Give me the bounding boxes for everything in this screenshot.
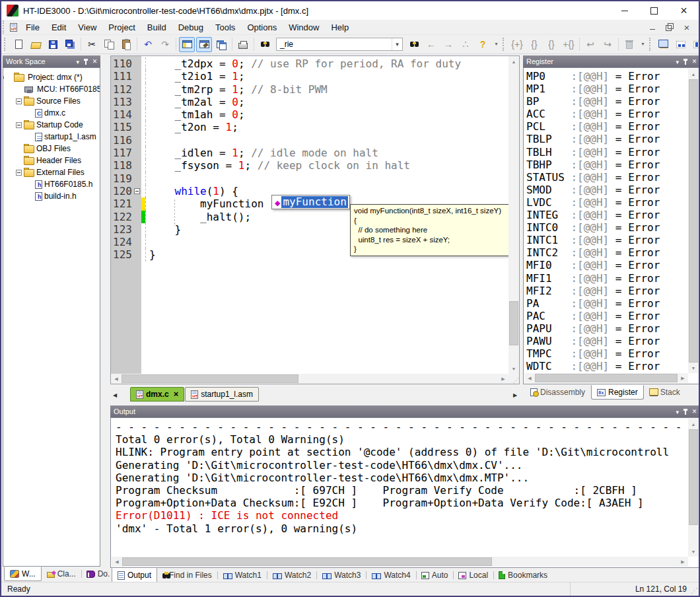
bottom-tab-find-in-files[interactable]: Find in Files <box>157 568 217 582</box>
scroll-right-icon[interactable] <box>678 373 688 383</box>
scroll-up-icon[interactable] <box>688 69 699 79</box>
menu-options[interactable]: Options <box>241 22 283 32</box>
bottom-tab-watch4[interactable]: Watch4 <box>366 568 415 582</box>
brace-insert-button[interactable]: {+} <box>509 37 525 52</box>
register-row-status[interactable]: STATUS :[@@H] = Error <box>526 171 688 184</box>
menu-debug[interactable]: Debug <box>172 22 209 32</box>
scroll-up-icon[interactable] <box>508 56 519 67</box>
register-row-mp0[interactable]: MP0 :[@@H] = Error <box>526 70 688 83</box>
find-in-files-button[interactable] <box>257 37 273 52</box>
project-tree[interactable]: Project: dmx (*)MCU: HT66F0185Source Fil… <box>3 67 100 567</box>
editor-vertical-scrollbar[interactable] <box>508 56 519 374</box>
pin-icon[interactable] <box>683 59 688 65</box>
expander-minus-icon[interactable] <box>16 170 22 176</box>
save-button[interactable] <box>45 37 61 52</box>
scroll-down-icon[interactable] <box>508 363 519 374</box>
output-vertical-scrollbar[interactable] <box>688 419 699 557</box>
code-text[interactable]: _t2on = 1; <box>145 121 508 133</box>
bottom-tab-output[interactable]: Output <box>112 568 157 582</box>
autocomplete-popup[interactable]: myFunction <box>271 195 350 209</box>
register-row-smod[interactable]: SMOD :[@@H] = Error <box>526 184 688 196</box>
scroll-down-icon[interactable] <box>688 546 699 557</box>
expander-minus-icon[interactable] <box>16 122 22 128</box>
register-row-pa[interactable]: PA :[@@H] = Error <box>526 297 688 310</box>
scroll-down-icon[interactable] <box>688 363 699 373</box>
scroll-left-icon[interactable] <box>112 557 122 567</box>
goto-next-button[interactable]: ↪ <box>600 37 615 52</box>
output-console[interactable]: - - - - - - - - - - - - - - - - - - - - … <box>110 417 700 568</box>
editor-horizontal-scrollbar[interactable] <box>111 374 508 384</box>
panel-tab-stack[interactable]: Stack <box>644 385 686 400</box>
register-row-intc0[interactable]: INTC0 :[@@H] = Error <box>526 221 688 234</box>
scroll-up-icon[interactable] <box>688 419 699 429</box>
tree-item-build-in-h[interactable]: build-in.h <box>3 190 100 202</box>
undo-button[interactable]: ↶ <box>140 37 156 52</box>
register-row-tmpc[interactable]: TMPC :[@@H] = Error <box>526 347 688 360</box>
bottom-tab-watch1[interactable]: Watch1 <box>217 568 267 582</box>
mdi-close-button[interactable] <box>683 23 691 31</box>
tree-item-ht66f0185-h[interactable]: HT66F0185.h <box>3 178 100 190</box>
brace-remove-button[interactable]: +{} <box>561 37 577 52</box>
panel-menu-icon[interactable] <box>676 407 679 415</box>
register-row-wdtc[interactable]: WDTC :[@@H] = Error <box>526 360 688 372</box>
breakpoints-button[interactable] <box>673 37 689 52</box>
scroll-right-icon[interactable] <box>678 557 688 567</box>
code-text[interactable]: _tm1ah = 0; <box>145 108 508 121</box>
tree-item-external-files[interactable]: External Files <box>3 166 100 178</box>
scroll-right-icon[interactable] <box>498 374 508 384</box>
scrollbar-thumb[interactable] <box>689 79 698 363</box>
toggle-output-button[interactable] <box>196 37 212 52</box>
register-row-integ[interactable]: INTEG :[@@H] = Error <box>526 209 688 221</box>
register-vertical-scrollbar[interactable] <box>688 69 699 373</box>
code-text[interactable]: _tm2rp = 1; // 8-bit PWM <box>145 83 508 96</box>
tree-item-mcu-ht66f0185[interactable]: MCU: HT66F0185 <box>3 83 100 95</box>
mdi-minimize-button[interactable] <box>648 23 656 31</box>
print-button[interactable] <box>235 37 251 52</box>
register-row-papu[interactable]: PAPU :[@@H] = Error <box>526 322 688 335</box>
register-row-tblh[interactable]: TBLH :[@@H] = Error <box>526 146 688 158</box>
window-resize-grip[interactable] <box>689 586 698 595</box>
menubar-grip[interactable] <box>3 20 6 34</box>
editor-resize-grip[interactable] <box>508 374 519 384</box>
code-text[interactable]: _idlen = 1; // idle mode on halt <box>145 147 508 159</box>
left-tab-w[interactable]: W... <box>4 567 42 581</box>
code-text[interactable]: _t2io1 = 1; <box>145 70 508 83</box>
new-file-button[interactable] <box>11 37 26 52</box>
code-text[interactable]: _tm2al = 0; <box>145 96 508 108</box>
register-row-pcl[interactable]: PCL :[@@H] = Error <box>526 120 688 133</box>
download-button[interactable] <box>656 37 672 52</box>
toggle-workspace-button[interactable] <box>179 37 195 52</box>
copy-button[interactable] <box>101 37 117 52</box>
tree-item-obj-files[interactable]: OBJ Files <box>3 143 100 155</box>
panel-tab-disassembly[interactable]: Disassembly <box>524 385 591 400</box>
bottom-tab-bookmarks[interactable]: Bookmarks <box>493 568 553 582</box>
panel-close-icon[interactable] <box>692 407 697 415</box>
menu-file[interactable]: File <box>20 22 46 32</box>
find-text-combo[interactable]: _rie <box>276 38 403 51</box>
brace-down-button[interactable]: {} <box>543 37 559 52</box>
find-button[interactable] <box>406 37 422 52</box>
brace-up-button[interactable]: {} <box>526 37 542 52</box>
save-all-button[interactable] <box>62 37 78 52</box>
toolbar-overflow-button-2[interactable]: ▾ <box>639 37 647 52</box>
code-text[interactable]: _t2dpx = 0; // use RP for period, RA for… <box>145 57 508 70</box>
paste-button[interactable] <box>118 37 134 52</box>
register-row-pawu[interactable]: PAWU :[@@H] = Error <box>526 335 688 347</box>
document-tab-dmx-c[interactable]: dmx.c <box>130 387 184 402</box>
scrollbar-thumb[interactable] <box>122 557 492 566</box>
menu-window[interactable]: Window <box>283 22 325 32</box>
breakpoints-all-button[interactable] <box>690 37 700 52</box>
menu-view[interactable]: View <box>72 22 102 32</box>
fold-collapse-icon[interactable] <box>134 188 140 194</box>
bottom-tab-local[interactable]: Local <box>453 568 493 582</box>
close-tab-icon[interactable] <box>174 390 179 399</box>
expander-minus-icon[interactable] <box>16 98 22 104</box>
register-row-mp1[interactable]: MP1 :[@@H] = Error <box>526 83 688 95</box>
tree-item-project-dmx[interactable]: Project: dmx (*) <box>3 71 100 83</box>
tab-scroll-right-icon[interactable] <box>510 388 520 402</box>
scrollbar-thumb[interactable] <box>689 429 698 525</box>
nav-forward-button[interactable]: → <box>440 37 456 52</box>
window-cascade-button[interactable] <box>213 37 229 52</box>
register-row-mfi1[interactable]: MFI1 :[@@H] = Error <box>526 272 688 285</box>
register-row-lvdc[interactable]: LVDC :[@@H] = Error <box>526 196 688 209</box>
